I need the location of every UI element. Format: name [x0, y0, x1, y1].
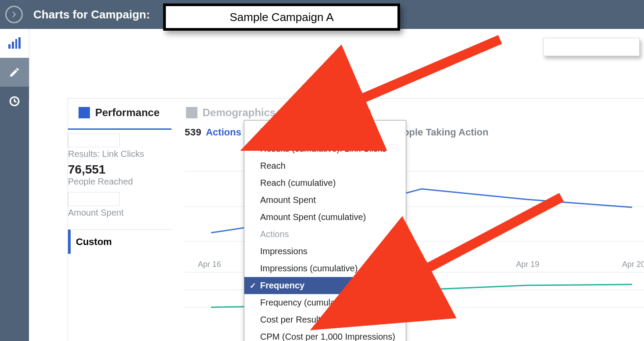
- metric-actions-dropdown[interactable]: 539 Actions: [185, 127, 252, 138]
- rail-edit[interactable]: [0, 58, 29, 87]
- dropdown-item[interactable]: Amount Spent (cumulative): [244, 209, 406, 226]
- annotation-arrow-bottom: [399, 193, 575, 291]
- results-value-box: [68, 133, 120, 147]
- tab-performance[interactable]: Performance: [79, 107, 160, 119]
- sidebar-item-custom[interactable]: Custom: [68, 229, 172, 254]
- people-reached-caption: People Reached: [68, 177, 172, 187]
- dropdown-item[interactable]: Results (cumulative): Link Clicks: [244, 140, 406, 157]
- placement-tab-icon: [302, 107, 313, 118]
- dropdown-item[interactable]: Amount Spent: [244, 192, 406, 209]
- annotation-arrow-top: [333, 35, 509, 124]
- dropdown-item[interactable]: Impressions (cumulative): [244, 260, 406, 277]
- tab-demographics[interactable]: Demographics: [186, 107, 276, 119]
- amount-spent-caption: Amount Spent: [68, 208, 172, 218]
- left-rail: [0, 29, 29, 341]
- selected-indicator: [68, 230, 71, 254]
- tab-label: Demographics: [203, 107, 276, 119]
- svg-line-8: [412, 197, 562, 276]
- dropdown-item[interactable]: Cost per Result: [244, 311, 406, 328]
- dropdown-item[interactable]: Reach: [244, 157, 406, 174]
- page-title: Charts for Campaign:: [33, 8, 150, 21]
- chevron-right-icon: [10, 11, 18, 18]
- back-circle-button[interactable]: [5, 6, 23, 23]
- people-reached-value: 76,551: [68, 163, 172, 177]
- dropdown-item: Actions: [244, 226, 406, 243]
- dropdown-item[interactable]: Impressions: [244, 243, 406, 260]
- rail-history[interactable]: [0, 87, 29, 116]
- sidebar: Results: Link Clicks 76,551 People Reach…: [68, 119, 172, 341]
- tab-label: Performance: [95, 107, 160, 119]
- metric-value: 539: [185, 127, 201, 138]
- bar-chart-icon: [8, 38, 21, 49]
- active-tab-underline: [68, 128, 172, 130]
- pencil-icon: [9, 67, 20, 78]
- sidebar-item-label: Custom: [76, 236, 112, 248]
- metric-label: Actions: [206, 127, 241, 138]
- topbar: Charts for Campaign: Sample Campaign A: [0, 0, 644, 29]
- dropdown-item[interactable]: Results: Link Clicks: [244, 123, 406, 140]
- svg-line-7: [347, 39, 500, 105]
- performance-tab-icon: [79, 107, 90, 118]
- dropdown-item[interactable]: Frequency (cumulative): [244, 294, 406, 311]
- date-range-box[interactable]: [543, 38, 640, 56]
- dropdown-item[interactable]: Reach (cumulative): [244, 174, 406, 192]
- divider: [29, 29, 29, 99]
- metric-dropdown[interactable]: Results: Link ClicksResults (cumulative)…: [244, 120, 406, 341]
- campaign-name-callout: Sample Campaign A: [163, 4, 400, 31]
- dropdown-item[interactable]: Frequency: [244, 277, 406, 294]
- clock-icon: [9, 96, 20, 107]
- rail-charts[interactable]: [0, 29, 29, 58]
- results-caption: Results: Link Clicks: [68, 149, 172, 159]
- demographics-tab-icon: [186, 107, 197, 118]
- dropdown-item[interactable]: CPM (Cost per 1,000 Impressions): [244, 328, 406, 341]
- spent-value-box: [68, 192, 120, 206]
